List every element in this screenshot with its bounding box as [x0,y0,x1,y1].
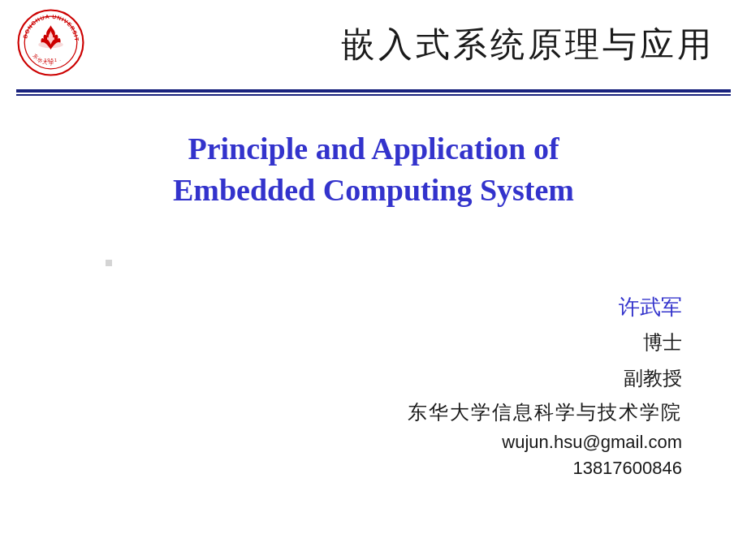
author-institution: 东华大学信息科学与技术学院 [408,399,682,425]
author-email: wujun.hsu@gmail.com [408,432,682,453]
header: DONGHUA UNIVERSITY · 1951 · 东华大学 [0,0,747,88]
english-title-line1: Principle and Application of [188,131,559,166]
slide-container: DONGHUA UNIVERSITY · 1951 · 东华大学 [0,0,747,560]
decoration-square [106,260,112,266]
author-phone: 13817600846 [408,458,682,479]
author-degree: 博士 [408,328,682,357]
author-section: 许武军 博士 副教授 东华大学信息科学与技术学院 wujun.hsu@gmail… [408,293,682,479]
chinese-title: 嵌入式系统原理与应用 [89,22,715,67]
main-content: Principle and Application of Embedded Co… [0,96,747,228]
divider-container [0,89,747,96]
university-logo: DONGHUA UNIVERSITY · 1951 · 东华大学 [16,8,89,81]
divider-top [16,89,731,93]
english-title-line2: Embedded Computing System [173,173,574,207]
author-title: 副教授 [408,364,682,393]
english-title: Principle and Application of Embedded Co… [173,128,574,212]
header-title-area: 嵌入式系统原理与应用 [89,22,731,67]
author-name: 许武军 [408,293,682,321]
